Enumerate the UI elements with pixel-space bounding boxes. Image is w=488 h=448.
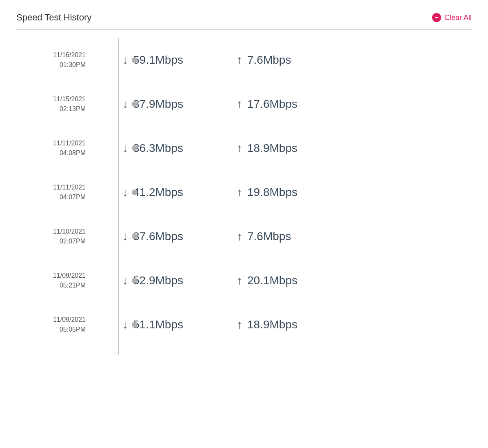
clear-all-button[interactable]: − Clear All (432, 13, 472, 22)
minus-circle-icon: − (432, 13, 441, 22)
item-date-line2: 04:07PM (60, 194, 86, 201)
upload-arrow-icon: ↑ (237, 230, 242, 243)
item-speeds: ↓ 41.2Mbps ↑ 19.8Mbps (122, 186, 351, 199)
timeline-item: 11/16/2021 01:30PM ↓ 59.1Mbps ↑ 7.6Mbps (16, 38, 472, 82)
download-arrow-icon: ↓ (122, 186, 128, 199)
download-arrow-icon: ↓ (122, 53, 128, 67)
timeline-container: 11/16/2021 01:30PM ↓ 59.1Mbps ↑ 7.6Mbps … (0, 30, 488, 355)
download-value: 36.3Mbps (133, 142, 183, 155)
item-date-line1: 11/11/2021 (53, 140, 86, 147)
upload-arrow-icon: ↑ (237, 274, 242, 287)
item-speeds: ↓ 87.6Mbps ↑ 7.6Mbps (122, 230, 351, 243)
item-date: 11/09/2021 05:21PM (16, 271, 98, 290)
upload-value: 18.9Mbps (247, 142, 297, 155)
page-header: Speed Test History − Clear All (0, 0, 488, 29)
upload-arrow-icon: ↑ (237, 142, 242, 155)
timeline-dot (132, 278, 138, 283)
download-value: 87.9Mbps (133, 98, 183, 111)
timeline-dot (132, 322, 138, 328)
timeline-item: 11/11/2021 04:08PM ↓ 36.3Mbps ↑ 18.9Mbps (16, 126, 472, 170)
item-date-line1: 11/11/2021 (53, 184, 86, 191)
download-block: ↓ 51.1Mbps (122, 318, 237, 331)
item-speeds: ↓ 36.3Mbps ↑ 18.9Mbps (122, 142, 351, 155)
item-date-line2: 02:07PM (60, 238, 86, 245)
clear-all-label: Clear All (444, 13, 472, 22)
timeline-dot (132, 57, 138, 63)
item-date: 11/10/2021 02:07PM (16, 227, 98, 246)
download-value: 52.9Mbps (133, 274, 183, 287)
item-speeds: ↓ 52.9Mbps ↑ 20.1Mbps (122, 274, 351, 287)
item-date-line1: 11/09/2021 (53, 316, 86, 323)
download-block: ↓ 52.9Mbps (122, 274, 237, 287)
upload-value: 7.6Mbps (247, 230, 291, 243)
item-date-line2: 05:05PM (60, 326, 86, 333)
upload-arrow-icon: ↑ (237, 186, 242, 199)
upload-block: ↑ 18.9Mbps (237, 318, 351, 331)
timeline-item: 11/10/2021 02:07PM ↓ 87.6Mbps ↑ 7.6Mbps (16, 214, 472, 259)
download-arrow-icon: ↓ (122, 142, 128, 155)
download-arrow-icon: ↓ (122, 318, 128, 331)
timeline-dot (132, 189, 138, 195)
upload-value: 19.8Mbps (247, 186, 297, 199)
item-date-line2: 05:21PM (60, 282, 86, 289)
download-block: ↓ 36.3Mbps (122, 142, 237, 155)
download-value: 41.2Mbps (133, 186, 183, 199)
item-date-line1: 11/10/2021 (53, 228, 86, 235)
timeline-item: 11/09/2021 05:21PM ↓ 52.9Mbps ↑ 20.1Mbps (16, 259, 472, 303)
upload-block: ↑ 7.6Mbps (237, 53, 351, 67)
upload-arrow-icon: ↑ (237, 318, 242, 331)
item-date-line1: 11/09/2021 (53, 272, 86, 279)
download-value: 87.6Mbps (133, 230, 183, 243)
item-date-line2: 02:13PM (60, 105, 86, 112)
upload-value: 17.6Mbps (247, 98, 297, 111)
item-date: 11/11/2021 04:07PM (16, 183, 98, 202)
upload-arrow-icon: ↑ (237, 98, 242, 111)
item-date: 11/11/2021 04:08PM (16, 138, 98, 158)
item-date: 11/16/2021 01:30PM (16, 50, 98, 70)
download-arrow-icon: ↓ (122, 274, 128, 287)
timeline-dot (132, 234, 138, 239)
upload-arrow-icon: ↑ (237, 53, 242, 67)
upload-block: ↑ 7.6Mbps (237, 230, 351, 243)
upload-value: 20.1Mbps (247, 274, 297, 287)
download-value: 51.1Mbps (133, 318, 183, 331)
upload-value: 18.9Mbps (247, 318, 297, 331)
item-speeds: ↓ 87.9Mbps ↑ 17.6Mbps (122, 98, 351, 111)
timeline-item: 11/11/2021 04:07PM ↓ 41.2Mbps ↑ 19.8Mbps (16, 170, 472, 214)
item-speeds: ↓ 51.1Mbps ↑ 18.9Mbps (122, 318, 351, 331)
item-date: 11/09/2021 05:05PM (16, 315, 98, 334)
timeline-item: 11/15/2021 02:13PM ↓ 87.9Mbps ↑ 17.6Mbps (16, 82, 472, 126)
download-block: ↓ 87.9Mbps (122, 98, 237, 111)
upload-block: ↑ 19.8Mbps (237, 186, 351, 199)
timeline-dot (132, 101, 138, 107)
download-block: ↓ 87.6Mbps (122, 230, 237, 243)
item-date: 11/15/2021 02:13PM (16, 94, 98, 114)
timeline-dot (132, 145, 138, 151)
item-date-line2: 04:08PM (60, 149, 86, 156)
upload-value: 7.6Mbps (247, 53, 291, 67)
item-date-line2: 01:30PM (60, 61, 86, 68)
page-title: Speed Test History (16, 12, 91, 23)
item-speeds: ↓ 59.1Mbps ↑ 7.6Mbps (122, 53, 351, 67)
download-value: 59.1Mbps (133, 53, 183, 67)
download-block: ↓ 59.1Mbps (122, 53, 237, 67)
download-arrow-icon: ↓ (122, 230, 128, 243)
upload-block: ↑ 17.6Mbps (237, 98, 351, 111)
timeline-item: 11/09/2021 05:05PM ↓ 51.1Mbps ↑ 18.9Mbps (16, 303, 472, 347)
download-arrow-icon: ↓ (122, 98, 128, 111)
item-date-line1: 11/16/2021 (53, 51, 86, 58)
upload-block: ↑ 20.1Mbps (237, 274, 351, 287)
download-block: ↓ 41.2Mbps (122, 186, 237, 199)
item-date-line1: 11/15/2021 (53, 96, 86, 103)
upload-block: ↑ 18.9Mbps (237, 142, 351, 155)
